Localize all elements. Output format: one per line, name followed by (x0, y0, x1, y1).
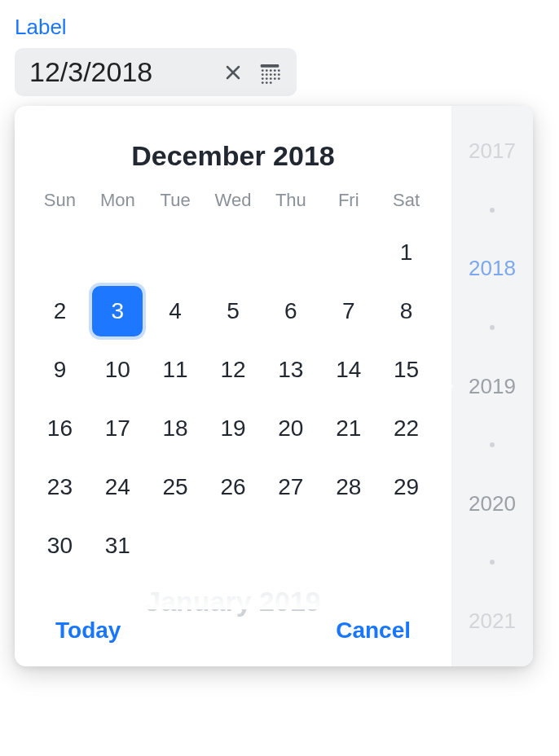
day-16[interactable]: 16 (31, 403, 89, 454)
svg-point-18 (262, 81, 264, 84)
day-empty (147, 227, 205, 278)
day-10[interactable]: 10 (89, 345, 147, 395)
day-12[interactable]: 12 (205, 345, 262, 395)
date-picker-popover: December 2018 SunMonTueWedThuFriSat 1234… (15, 106, 533, 666)
day-15[interactable]: 15 (377, 345, 435, 395)
day-empty (262, 227, 319, 278)
clear-icon[interactable] (223, 63, 243, 82)
day-11[interactable]: 11 (147, 345, 205, 395)
svg-point-7 (278, 69, 280, 72)
svg-point-14 (266, 77, 268, 80)
svg-point-16 (274, 77, 276, 80)
weekday-header-row: SunMonTueWedThuFriSat (31, 190, 435, 211)
weekday-header: Mon (89, 190, 147, 211)
weekday-header: Sat (377, 190, 435, 211)
day-31[interactable]: 31 (89, 521, 147, 571)
day-17[interactable]: 17 (89, 403, 147, 454)
weekday-header: Fri (319, 190, 377, 211)
next-month-title: January 2019 (31, 586, 435, 618)
svg-point-11 (274, 73, 276, 76)
actions-row: Today Cancel (31, 618, 435, 648)
year-2017[interactable]: 2017 (469, 138, 516, 164)
svg-point-9 (266, 73, 268, 76)
year-separator-dot-icon (490, 442, 495, 447)
day-26[interactable]: 26 (205, 462, 262, 512)
day-9[interactable]: 9 (31, 345, 89, 395)
day-3[interactable]: 3 (92, 286, 143, 336)
day-23[interactable]: 23 (31, 462, 89, 512)
day-5[interactable]: 5 (205, 286, 262, 336)
year-separator-dot-icon (490, 325, 495, 330)
svg-point-4 (266, 69, 268, 72)
today-button[interactable]: Today (55, 618, 121, 644)
svg-point-3 (262, 69, 264, 72)
day-27[interactable]: 27 (262, 462, 319, 512)
day-empty (205, 227, 262, 278)
svg-point-8 (262, 73, 264, 76)
year-2018[interactable]: 2018 (469, 256, 516, 281)
svg-point-20 (270, 81, 272, 84)
days-grid: 1234567891011121314151617181920212223242… (31, 227, 435, 571)
day-28[interactable]: 28 (319, 462, 377, 512)
cancel-button[interactable]: Cancel (336, 618, 411, 644)
day-empty (89, 227, 147, 278)
year-rail[interactable]: 20172018201920202021 (451, 106, 533, 666)
day-1[interactable]: 1 (377, 227, 435, 278)
year-separator-dot-icon (490, 208, 495, 213)
svg-rect-2 (261, 64, 280, 68)
svg-point-15 (270, 77, 272, 80)
weekday-header: Wed (205, 190, 262, 211)
day-14[interactable]: 14 (319, 345, 377, 395)
day-2[interactable]: 2 (31, 286, 89, 336)
day-21[interactable]: 21 (319, 403, 377, 454)
day-7[interactable]: 7 (319, 286, 377, 336)
day-24[interactable]: 24 (89, 462, 147, 512)
year-2019[interactable]: 2019 (469, 374, 516, 399)
svg-point-5 (270, 69, 272, 72)
svg-point-12 (278, 73, 280, 76)
day-6[interactable]: 6 (262, 286, 319, 336)
svg-point-13 (262, 77, 264, 80)
svg-point-17 (278, 77, 280, 80)
field-label: Label (15, 15, 544, 40)
month-title: December 2018 (31, 140, 435, 172)
year-2021[interactable]: 2021 (469, 609, 516, 634)
day-empty (31, 227, 89, 278)
day-20[interactable]: 20 (262, 403, 319, 454)
day-4[interactable]: 4 (147, 286, 205, 336)
day-18[interactable]: 18 (147, 403, 205, 454)
day-29[interactable]: 29 (377, 462, 435, 512)
weekday-header: Tue (147, 190, 205, 211)
date-input[interactable] (29, 56, 209, 88)
day-25[interactable]: 25 (147, 462, 205, 512)
calendar-icon[interactable] (257, 60, 282, 85)
year-2020[interactable]: 2020 (469, 491, 516, 516)
day-30[interactable]: 30 (31, 521, 89, 571)
day-19[interactable]: 19 (205, 403, 262, 454)
svg-point-10 (270, 73, 272, 76)
day-22[interactable]: 22 (377, 403, 435, 454)
date-input-container (15, 48, 297, 96)
weekday-header: Thu (262, 190, 319, 211)
year-rail-notch-icon (443, 376, 453, 396)
svg-point-19 (266, 81, 268, 84)
year-separator-dot-icon (490, 560, 495, 565)
weekday-header: Sun (31, 190, 89, 211)
day-empty (319, 227, 377, 278)
day-13[interactable]: 13 (262, 345, 319, 395)
day-8[interactable]: 8 (377, 286, 435, 336)
svg-point-6 (274, 69, 276, 72)
calendar-pane: December 2018 SunMonTueWedThuFriSat 1234… (15, 106, 451, 666)
